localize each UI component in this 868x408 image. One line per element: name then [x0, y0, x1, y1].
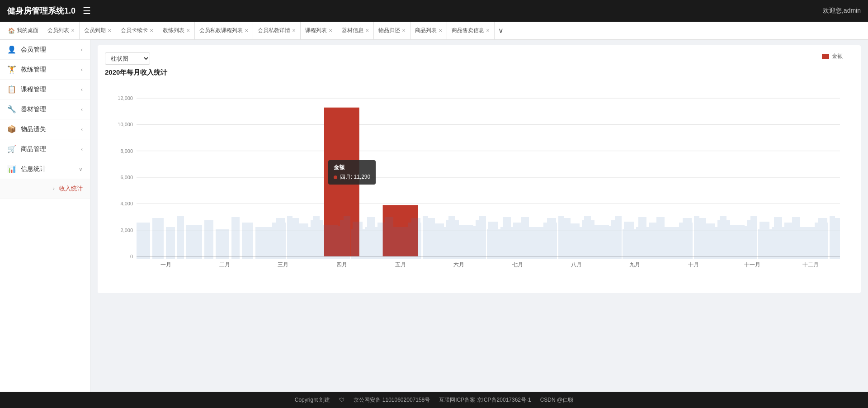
tab-more-button[interactable]: ∨ [495, 26, 507, 35]
tab-equipment-label: 器材信息 [342, 27, 363, 34]
sidebar-sub-arrow-income: › [53, 185, 55, 192]
footer-copyright: Copyright 刘建 [295, 396, 330, 404]
tab-private-course-label: 会员私教课程列表 [199, 27, 243, 34]
chart-type-select[interactable]: 柱状图 折线图 饼图 [105, 52, 150, 65]
welcome-text: 欢迎您,admin [823, 7, 861, 15]
svg-text:十一月: 十一月 [744, 261, 760, 268]
header-left: 健身房管理系统1.0 ☰ [7, 5, 91, 16]
svg-text:6,000: 6,000 [120, 175, 133, 180]
sidebar-item-income[interactable]: › 收入统计 [0, 179, 90, 199]
lost-icon: 📦 [7, 125, 16, 133]
tab-private-detail[interactable]: 会员私教详情 ✕ [253, 22, 301, 39]
sidebar-item-member[interactable]: 👤 会员管理 ‹ [0, 40, 90, 60]
svg-text:八月: 八月 [571, 261, 582, 268]
stats-icon: 📊 [7, 165, 16, 173]
sidebar-item-equipment[interactable]: 🔧 器材管理 ‹ [0, 100, 90, 119]
tab-bar: 🏠 我的桌面 会员列表 ✕ 会员到期 ✕ 会员卡续卡 ✕ 教练列表 ✕ 会员私教… [0, 22, 868, 40]
sidebar-item-trainer[interactable]: 🏋 教练管理 ‹ [0, 60, 90, 80]
tab-close-icon[interactable]: ✕ [486, 28, 490, 33]
svg-text:2,000: 2,000 [120, 228, 133, 233]
main-content: 柱状图 折线图 饼图 2020年每月收入统计 金额 12,00010,0008,… [90, 40, 868, 392]
app-footer: Copyright 刘建 🛡 京公网安备 11010602007158号 互联网… [0, 392, 868, 408]
tab-close-icon[interactable]: ✕ [150, 28, 153, 33]
tab-product-list[interactable]: 商品列表 ✕ [410, 22, 447, 39]
tab-home[interactable]: 🏠 我的桌面 [4, 22, 43, 39]
tab-trainer-list-label: 教练列表 [163, 27, 184, 34]
sidebar-trainer-label: 教练管理 [21, 66, 46, 74]
svg-text:十月: 十月 [688, 261, 699, 268]
tab-close-icon[interactable]: ✕ [292, 28, 296, 33]
product-icon: 🛒 [7, 145, 16, 153]
home-icon: 🏠 [8, 28, 15, 34]
svg-text:8,000: 8,000 [120, 148, 133, 154]
sidebar-arrow-member: ‹ [81, 47, 83, 53]
svg-text:二月: 二月 [219, 261, 230, 268]
tab-member-expire[interactable]: 会员到期 ✕ [80, 22, 116, 39]
tab-member-renew[interactable]: 会员卡续卡 ✕ [116, 22, 158, 39]
tab-trainer-list[interactable]: 教练列表 ✕ [158, 22, 195, 39]
tab-home-label: 我的桌面 [17, 27, 38, 34]
svg-text:4,000: 4,000 [120, 201, 133, 206]
sidebar-member-label: 会员管理 [21, 46, 46, 54]
sidebar-arrow-product: ‹ [81, 146, 83, 152]
trainer-icon: 🏋 [7, 65, 16, 74]
member-icon: 👤 [7, 45, 16, 54]
app-header: 健身房管理系统1.0 ☰ 欢迎您,admin [0, 0, 868, 22]
sidebar-stats-label: 信息统计 [21, 165, 46, 173]
chart-controls: 柱状图 折线图 饼图 [105, 52, 854, 65]
tab-close-icon[interactable]: ✕ [186, 28, 190, 33]
sidebar-arrow-lost: ‹ [81, 126, 83, 133]
menu-toggle-button[interactable]: ☰ [83, 5, 91, 16]
footer-police: 京公网安备 11010602007158号 [354, 396, 430, 404]
main-layout: 👤 会员管理 ‹ 🏋 教练管理 ‹ 📋 课程管理 ‹ 🔧 器材管理 ‹ 📦 物品… [0, 40, 868, 392]
legend-label: 金额 [832, 52, 843, 60]
tab-member-list[interactable]: 会员列表 ✕ [43, 22, 80, 39]
footer-source: CSDN @仁聪 [540, 396, 574, 404]
svg-text:0: 0 [130, 254, 133, 259]
sidebar-course-label: 课程管理 [21, 85, 46, 94]
legend-color-box [822, 54, 829, 59]
tab-private-course[interactable]: 会员私教课程列表 ✕ [195, 22, 253, 39]
sidebar-lost-label: 物品遗失 [21, 125, 46, 133]
tab-course-list[interactable]: 课程列表 ✕ [301, 22, 337, 39]
svg-rect-17 [324, 108, 359, 256]
sidebar-product-label: 商品管理 [21, 145, 46, 153]
tab-close-icon[interactable]: ✕ [245, 28, 248, 33]
tab-member-list-label: 会员列表 [47, 27, 69, 34]
equipment-icon: 🔧 [7, 105, 16, 114]
tab-course-list-label: 课程列表 [305, 27, 327, 34]
tab-return[interactable]: 物品归还 ✕ [374, 22, 410, 39]
tab-close-icon[interactable]: ✕ [108, 28, 111, 33]
sidebar-arrow-trainer: ‹ [81, 66, 83, 73]
tab-close-icon[interactable]: ✕ [402, 28, 406, 33]
footer-police-icon: 🛡 [339, 397, 344, 403]
sidebar-item-course[interactable]: 📋 课程管理 ‹ [0, 80, 90, 100]
svg-text:10,000: 10,000 [118, 122, 133, 127]
tab-close-icon[interactable]: ✕ [365, 28, 369, 33]
chart-title: 2020年每月收入统计 [105, 68, 167, 77]
svg-text:四月: 四月 [336, 261, 347, 268]
tab-sales-info-label: 商品售卖信息 [452, 27, 484, 34]
course-icon: 📋 [7, 85, 16, 94]
tab-close-icon[interactable]: ✕ [329, 28, 332, 33]
chart-area: 柱状图 折线图 饼图 2020年每月收入统计 金额 12,00010,0008,… [98, 45, 861, 293]
sidebar-income-label: 收入统计 [59, 185, 83, 193]
sidebar-equipment-label: 器材管理 [21, 105, 46, 114]
sidebar-item-stats[interactable]: 📊 信息统计 ∨ [0, 159, 90, 179]
sidebar-arrow-equipment: ‹ [81, 106, 83, 113]
tab-private-detail-label: 会员私教详情 [258, 27, 290, 34]
svg-text:十二月: 十二月 [802, 261, 819, 268]
tab-equipment[interactable]: 器材信息 ✕ [337, 22, 374, 39]
tab-member-renew-label: 会员卡续卡 [121, 27, 148, 34]
footer-icp: 互联网ICP备案 京ICP备20017362号-1 [439, 396, 531, 404]
sidebar-item-lost[interactable]: 📦 物品遗失 ‹ [0, 119, 90, 139]
svg-text:一月: 一月 [160, 261, 171, 268]
svg-text:五月: 五月 [395, 261, 406, 268]
tab-close-icon[interactable]: ✕ [439, 28, 442, 33]
tab-sales-info[interactable]: 商品售卖信息 ✕ [447, 22, 495, 39]
sidebar: 👤 会员管理 ‹ 🏋 教练管理 ‹ 📋 课程管理 ‹ 🔧 器材管理 ‹ 📦 物品… [0, 40, 90, 392]
tab-product-list-label: 商品列表 [415, 27, 437, 34]
tab-close-icon[interactable]: ✕ [71, 28, 75, 33]
svg-text:九月: 九月 [629, 261, 640, 268]
sidebar-item-product[interactable]: 🛒 商品管理 ‹ [0, 139, 90, 159]
